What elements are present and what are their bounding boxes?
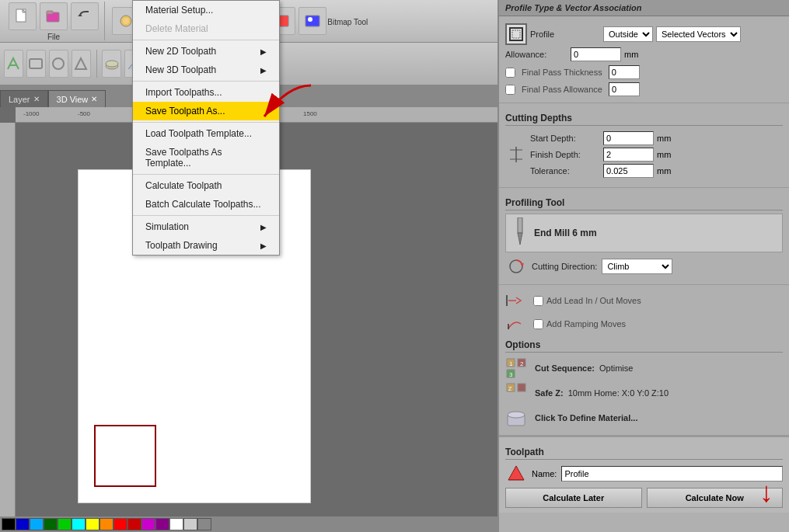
svg-marker-46 [509,467,523,479]
toolbar-file-section: File [8,2,99,41]
toolpath-section: Toolpath Name: Calculate Later Calculate… [499,436,789,513]
tolerance-input[interactable] [603,164,654,178]
profile-field-label: Profile [530,30,600,39]
profiling-tool-header: Profiling Tool [505,197,783,210]
menu-material-setup-label: Material Setup... [145,5,213,16]
allowance-row: Allowance: mm [505,47,783,61]
tool-icon [512,217,528,249]
menu-save-toolpath-as[interactable]: Save Toolpath As... [133,102,279,120]
final-pass-allowance-checkbox[interactable] [505,85,515,95]
final-pass-allowance-row: Final Pass Allowance [505,81,783,98]
toolpath-icon [505,463,527,485]
svg-rect-12 [305,16,319,26]
color-purple[interactable] [155,518,169,530]
calculate-later-btn[interactable]: Calculate Later [505,488,642,508]
toolbar-open-btn[interactable] [40,2,68,30]
color-white[interactable] [169,518,183,530]
profile-select[interactable]: Outside Inside On [603,26,653,42]
svg-marker-17 [75,58,86,69]
toolpath-name-input[interactable] [561,466,783,482]
start-depth-row: Start Depth: mm Finish Depth: mm Toleran… [505,129,783,180]
allowance-label: Allowance: [505,50,567,59]
menu-import-toolpaths[interactable]: Import Toolpaths... [133,83,279,102]
allowance-input[interactable] [571,47,621,61]
menu-simulation[interactable]: Simulation ▶ [133,217,279,236]
menu-toolpath-drawing-label: Toolpath Drawing [145,240,218,251]
cutting-direction-icon [505,256,527,277]
menu-new-2d-toolpath[interactable]: New 2D Toolpath ▶ [133,42,279,61]
relief-btn-1[interactable] [102,50,121,78]
color-darkblue[interactable] [16,518,30,530]
menu-material-setup[interactable]: Material Setup... [133,1,279,19]
svg-marker-29 [518,233,522,245]
svg-rect-28 [518,217,522,233]
color-lightgray[interactable] [183,518,197,530]
finish-depth-unit: mm [657,150,671,159]
color-darkgreen[interactable] [44,518,58,530]
menu-new-2d-arrow: ▶ [260,47,267,56]
menu-calculate-toolpath[interactable]: Calculate Toolpath [133,176,279,195]
creation-btn-1[interactable] [4,50,23,78]
options-header: Options [505,339,783,353]
color-black[interactable] [2,518,16,530]
color-cyan[interactable] [72,518,86,530]
color-green[interactable] [58,518,72,530]
cutting-direction-select[interactable]: Climb Conventional [602,259,672,274]
add-ramp-row: Add Ramping Moves [505,313,783,335]
menu-new-3d-label: New 3D Toolpath [145,64,216,75]
add-lead-row: Add Lead In / Out Moves [505,290,783,311]
color-bar [0,516,497,532]
creation-btn-3[interactable] [49,50,68,78]
safe-z-row: Z Safe Z: 10mm Home: X:0 Y:0 Z:10 [505,381,783,405]
start-depth-input[interactable] [603,131,654,145]
final-pass-allowance-input[interactable] [609,82,640,96]
define-material-row: Click To Define Material... [505,405,783,430]
tab-layer-close[interactable]: ✕ [33,95,40,103]
ramp-icon [505,315,527,333]
finish-depth-inner: Finish Depth: mm [530,148,783,162]
menu-delete-material[interactable]: Delete Material [133,19,279,38]
final-pass-thickness-checkbox[interactable] [505,68,515,78]
tolerance-label: Tolerance: [530,166,600,176]
toolbar-new-btn[interactable] [9,2,37,30]
tab-layer[interactable]: Layer ✕ [0,90,48,107]
toolbar-undo-btn[interactable] [71,2,99,30]
menu-batch-calculate[interactable]: Batch Calculate Toolpaths... [133,195,279,214]
svg-point-16 [53,58,64,69]
tab-3dview-close[interactable]: ✕ [91,95,97,103]
menu-toolpath-drawing[interactable]: Toolpath Drawing ▶ [133,236,279,255]
add-ramp-checkbox[interactable] [533,319,543,329]
start-depth-inner: Start Depth: mm [530,131,783,145]
color-orange[interactable] [99,518,113,530]
color-blue[interactable] [30,518,44,530]
calc-buttons-row: Calculate Later Calculate Now [505,488,783,508]
bitmap-btn-2[interactable] [298,7,326,35]
svg-point-44 [508,412,525,418]
calculate-now-btn[interactable]: Calculate Now [647,488,784,508]
creation-btn-2[interactable] [26,50,46,78]
menu-sep-4 [133,174,279,175]
cutting-direction-row: Cutting Direction: Climb Conventional [505,256,783,277]
menu-sep-5 [133,215,279,216]
color-yellow[interactable] [86,518,99,530]
final-pass-thickness-input[interactable] [609,65,640,79]
safe-z-icon: Z [505,382,527,404]
svg-point-6 [123,18,129,24]
menu-save-template[interactable]: Save Toolpaths As Template... [133,143,279,172]
menu-load-template[interactable]: Load Toolpath Template... [133,124,279,143]
selection-rect [94,425,156,487]
menu-new-3d-toolpath[interactable]: New 3D Toolpath ▶ [133,61,279,79]
creation-btn-4[interactable] [72,50,91,78]
color-red[interactable] [113,518,127,530]
tab-3dview[interactable]: 3D View ✕ [48,90,106,107]
finish-depth-input[interactable] [603,148,654,162]
cut-sequence-row: 123 Cut Sequence: Optimise [505,356,783,381]
tab-layer-label: Layer [9,95,30,104]
cut-sequence-icon: 123 [505,357,527,379]
menu-calculate-label: Calculate Toolpath [145,180,222,191]
add-lead-checkbox[interactable] [533,296,543,306]
color-darkred[interactable] [127,518,141,530]
vectors-select[interactable]: Selected Vectors All Vectors [656,26,741,42]
color-magenta[interactable] [141,518,155,530]
color-gray[interactable] [197,518,211,530]
